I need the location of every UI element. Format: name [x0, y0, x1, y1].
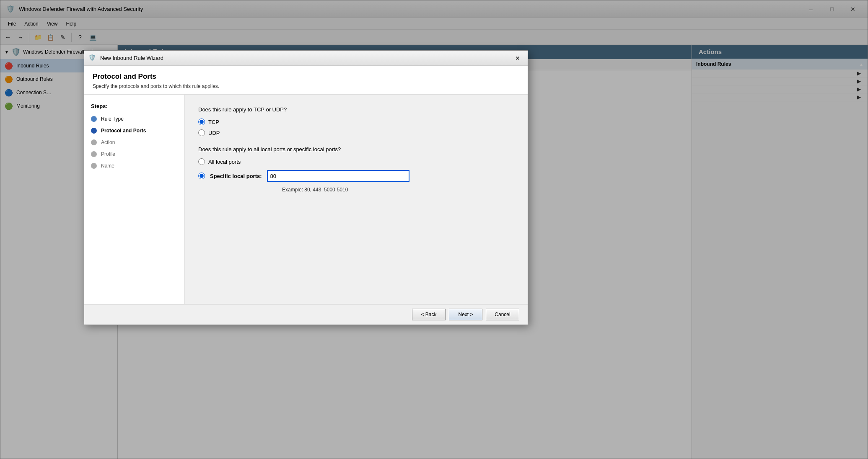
step-name-dot: [91, 163, 97, 169]
back-button[interactable]: < Back: [412, 309, 446, 320]
step-action-label: Action: [101, 139, 115, 145]
radio-all-ports-label[interactable]: All local ports: [208, 159, 241, 165]
wizard-icon: 🛡️: [88, 54, 97, 62]
cancel-button[interactable]: Cancel: [486, 309, 519, 320]
step-profile-dot: [91, 151, 97, 157]
radio-udp-label[interactable]: UDP: [208, 130, 220, 136]
step-name: Name: [91, 163, 178, 169]
ports-question: Does this rule apply to all local ports …: [198, 146, 514, 152]
step-action-dot: [91, 139, 97, 145]
wizard-body: Steps: Rule Type Protocol and Ports Acti…: [84, 95, 528, 304]
step-rule-type-dot: [91, 116, 97, 122]
radio-udp-item: UDP: [198, 129, 514, 136]
radio-specific-ports-item: Specific local ports:: [198, 170, 514, 182]
radio-udp[interactable]: [198, 129, 205, 136]
wizard-header: Protocol and Ports Specify the protocols…: [84, 66, 528, 95]
wizard-title-bar: 🛡️ New Inbound Rule Wizard ✕: [84, 51, 528, 66]
content-panel: Does this rule apply to TCP or UDP? TCP …: [185, 95, 528, 304]
next-button[interactable]: Next >: [449, 309, 482, 320]
radio-specific-ports-label[interactable]: Specific local ports:: [210, 173, 262, 179]
radio-tcp-item: TCP: [198, 119, 514, 125]
radio-tcp[interactable]: [198, 119, 205, 125]
radio-all-ports-item: All local ports: [198, 158, 514, 165]
radio-tcp-label[interactable]: TCP: [208, 119, 219, 125]
ports-example: Example: 80, 443, 5000-5010: [282, 187, 514, 193]
step-protocol-dot: [91, 128, 97, 134]
protocol-question: Does this rule apply to TCP or UDP?: [198, 106, 514, 113]
step-protocol-label: Protocol and Ports: [101, 128, 146, 134]
ports-radio-group: All local ports Specific local ports: Ex…: [198, 158, 514, 193]
radio-specific-ports[interactable]: [198, 173, 205, 179]
step-name-label: Name: [101, 163, 114, 169]
steps-panel: Steps: Rule Type Protocol and Ports Acti…: [84, 95, 185, 304]
wizard-dialog: 🛡️ New Inbound Rule Wizard ✕ Protocol an…: [84, 50, 528, 325]
step-action: Action: [91, 139, 178, 145]
wizard-header-desc: Specify the protocols and ports to which…: [93, 83, 519, 89]
steps-title: Steps:: [91, 103, 178, 109]
protocol-radio-group: TCP UDP: [198, 119, 514, 136]
ports-input-field[interactable]: [267, 170, 409, 182]
wizard-footer: < Back Next > Cancel: [84, 304, 528, 325]
step-protocol-ports: Protocol and Ports: [91, 128, 178, 134]
wizard-header-title: Protocol and Ports: [93, 72, 519, 81]
step-profile: Profile: [91, 151, 178, 157]
step-rule-type-label: Rule Type: [101, 116, 124, 122]
step-profile-label: Profile: [101, 151, 115, 157]
radio-all-ports[interactable]: [198, 158, 205, 165]
wizard-close-button[interactable]: ✕: [512, 53, 523, 63]
step-rule-type: Rule Type: [91, 116, 178, 122]
wizard-title-text: New Inbound Rule Wizard: [100, 55, 512, 61]
